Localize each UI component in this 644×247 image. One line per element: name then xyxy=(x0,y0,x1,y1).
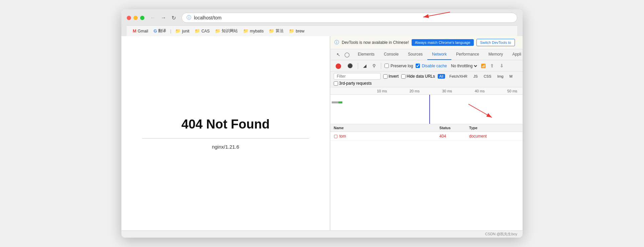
match-language-button[interactable]: Always match Chrome's language xyxy=(412,39,474,46)
bookmark-suanfa[interactable]: 📁 算法 xyxy=(267,27,286,34)
timeline-ruler: 10 ms 20 ms 30 ms 40 ms 50 ms xyxy=(330,87,523,95)
page-content: 404 Not Found nginx/1.21.6 xyxy=(121,36,330,230)
filter-js-button[interactable]: JS xyxy=(472,74,479,79)
reload-button[interactable]: ↻ xyxy=(170,14,178,22)
timeline-vertical-line xyxy=(429,95,430,124)
info-icon: ⓘ xyxy=(187,15,191,21)
disable-cache-checkbox[interactable] xyxy=(416,64,420,68)
device-mode-button[interactable]: ◯ xyxy=(343,51,351,59)
tab-application[interactable]: Appli xyxy=(508,49,523,60)
filter-img-button[interactable]: Img xyxy=(496,74,505,79)
row-name-text: tom xyxy=(339,134,346,139)
invert-label[interactable]: Invert xyxy=(383,74,399,79)
devtools-filter: Invert Hide data URLs All Fetch/XHR JS C… xyxy=(330,72,523,87)
back-button[interactable]: ← xyxy=(148,14,157,21)
tab-console[interactable]: Console xyxy=(379,49,403,60)
ruler-mark-30: 30 ms xyxy=(431,89,463,93)
tab-performance[interactable]: Performance xyxy=(451,49,484,60)
close-button[interactable] xyxy=(127,16,131,20)
svg-line-3 xyxy=(468,104,492,117)
row-name: ▢ tom xyxy=(330,134,439,139)
tab-elements[interactable]: Elements xyxy=(353,49,379,60)
third-party-checkbox[interactable] xyxy=(334,81,338,86)
header-name: Name xyxy=(330,126,439,130)
wifi-icon: 📶 xyxy=(481,64,486,68)
bookmark-zhishi-label: 知识网站 xyxy=(222,28,238,34)
bookmark-cas[interactable]: 📁 CAS xyxy=(193,28,212,34)
invert-text: Invert xyxy=(389,74,399,79)
folder-icon-suanfa: 📁 xyxy=(269,28,274,33)
hide-data-urls-text: Hide data URLs xyxy=(407,74,435,79)
file-icon: ▢ xyxy=(334,134,338,139)
devtools-notification: ⓘ DevTools is now available in Chinese! … xyxy=(330,36,523,49)
browser-window: ← → ↻ ⓘ localhost/tom xyxy=(121,9,523,238)
notify-icon: ⓘ xyxy=(334,39,339,46)
maximize-button[interactable] xyxy=(140,16,144,20)
filter-fetch-xhr-button[interactable]: Fetch/XHR xyxy=(448,74,469,79)
throttle-select[interactable]: No throttling xyxy=(450,63,478,69)
toolbar-separator-2 xyxy=(381,63,381,69)
row-status: 404 xyxy=(439,134,469,139)
bookmark-brew[interactable]: 📁 brew xyxy=(287,28,306,34)
forward-button[interactable]: → xyxy=(159,14,168,21)
upload-button[interactable]: ⇧ xyxy=(489,62,496,69)
address-bar[interactable]: ⓘ localhost/tom xyxy=(182,13,517,23)
tab-memory[interactable]: Memory xyxy=(484,49,508,60)
tab-network[interactable]: Network xyxy=(427,49,451,60)
url-text: localhost/tom xyxy=(194,15,512,20)
folder-icon-zhishi: 📁 xyxy=(215,28,220,33)
folder-icon-junit: 📁 xyxy=(175,28,181,33)
preserve-log-text: Preserve log xyxy=(391,64,413,68)
hide-data-urls-label[interactable]: Hide data URLs xyxy=(401,74,435,79)
gmail-icon: M xyxy=(133,28,136,33)
preserve-log-checkbox[interactable] xyxy=(385,64,389,68)
bookmark-translate-label: 翻译 xyxy=(158,28,166,34)
ruler-mark-50: 50 ms xyxy=(496,89,523,93)
svg-line-1 xyxy=(423,12,450,17)
timeline-graph xyxy=(330,95,523,124)
timeline-request-bar xyxy=(332,101,342,103)
network-arrow xyxy=(462,101,502,121)
bookmark-gmail[interactable]: M Gmail xyxy=(131,28,150,34)
bookmarks-bar: M Gmail G 翻译 | 📁 junit 📁 CAS 📁 知识网站 📁 xyxy=(127,25,517,36)
filter-button[interactable]: ◢ xyxy=(361,62,368,69)
server-info: nginx/1.21.6 xyxy=(212,144,239,150)
devtools-tabs: ↖ ◯ Elements Console Sources Network Per… xyxy=(330,49,523,60)
bookmark-zhishi[interactable]: 📁 知识网站 xyxy=(213,27,240,34)
search-button[interactable]: ⚲ xyxy=(371,62,378,69)
bookmark-junit[interactable]: 📁 junit xyxy=(173,28,191,34)
main-area: 404 Not Found nginx/1.21.6 ⓘ DevTools is… xyxy=(121,36,523,230)
filter-all-button[interactable]: All xyxy=(438,74,445,79)
tab-sources[interactable]: Sources xyxy=(403,49,427,60)
filter-media-button[interactable]: M xyxy=(508,74,514,79)
ruler-mark-10: 10 ms xyxy=(365,89,398,93)
network-table-header: Name Status Type xyxy=(330,124,523,132)
bookmark-mybatis[interactable]: 📁 mybatis xyxy=(241,28,265,34)
hide-data-urls-checkbox[interactable] xyxy=(401,74,406,79)
download-button[interactable]: ⇩ xyxy=(498,62,505,69)
address-arrow xyxy=(417,10,457,24)
invert-checkbox[interactable] xyxy=(383,74,388,79)
toolbar-separator-1 xyxy=(358,63,358,69)
page-divider xyxy=(142,138,309,139)
table-row[interactable]: ▢ tom 404 document xyxy=(330,132,523,141)
filter-css-button[interactable]: CSS xyxy=(482,74,493,79)
record-button[interactable]: ⬤ xyxy=(334,62,343,70)
preserve-log-label[interactable]: Preserve log xyxy=(385,64,413,68)
header-status: Status xyxy=(439,126,469,130)
network-table: Name Status Type ▢ tom 404 document xyxy=(330,124,523,230)
third-party-label[interactable]: 3rd-party requests xyxy=(334,81,371,86)
switch-devtools-button[interactable]: Switch DevTools to xyxy=(476,39,515,46)
notify-text: DevTools is now available in Chinese! xyxy=(342,40,409,45)
devtools-panel: ⓘ DevTools is now available in Chinese! … xyxy=(330,36,523,230)
timeline-area: 10 ms 20 ms 30 ms 40 ms 50 ms xyxy=(330,87,523,124)
minimize-button[interactable] xyxy=(133,16,138,20)
inspect-element-button[interactable]: ↖ xyxy=(335,51,342,59)
bookmark-junit-label: junit xyxy=(182,29,189,33)
bookmark-translate[interactable]: G 翻译 xyxy=(151,27,168,34)
row-type: document xyxy=(469,134,499,139)
stop-recording-button[interactable]: ⚫ xyxy=(346,62,354,69)
disable-cache-label[interactable]: Disable cache xyxy=(416,64,447,68)
filter-input[interactable] xyxy=(334,73,381,80)
header-type: Type xyxy=(469,126,499,130)
